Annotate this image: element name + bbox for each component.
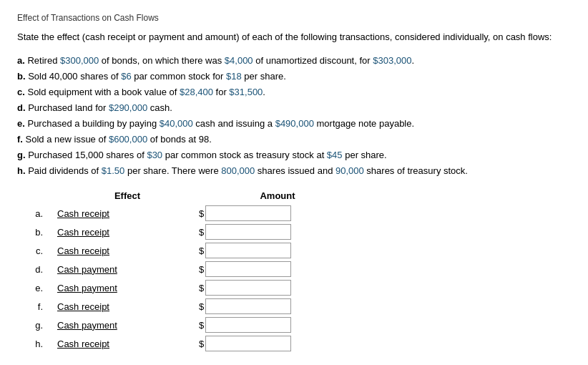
transactions-list: a. Retired $300,000 of bonds, on which t… (17, 53, 571, 180)
transaction-h: h. Paid dividends of $1.50 per share. Th… (17, 163, 571, 179)
row-effect-f: Cash receipt (49, 301, 163, 312)
table-row: b. Cash receipt $ (27, 224, 571, 240)
amount-input-h[interactable] (205, 336, 291, 351)
table-row: g. Cash payment $ (27, 317, 571, 333)
instructions: State the effect (cash receipt or paymen… (17, 30, 571, 44)
table-header: Effect Amount (27, 190, 571, 201)
row-label-c: c. (27, 245, 49, 256)
amount-input-c[interactable] (205, 243, 291, 258)
table-row: c. Cash receipt $ (27, 243, 571, 258)
amount-input-g[interactable] (205, 317, 291, 333)
dollar-sign-g: $ (199, 320, 204, 331)
row-label-h: h. (27, 339, 49, 349)
table-row: e. Cash payment $ (27, 280, 571, 296)
transaction-e: e. Purchased a building by paying $40,00… (17, 116, 571, 132)
dollar-sign-c: $ (199, 245, 204, 256)
amount-input-e[interactable] (205, 280, 291, 296)
dollar-sign-a: $ (199, 208, 204, 219)
transaction-d: d. Purchased land for $290,000 cash. (17, 100, 571, 116)
table-row: f. Cash receipt $ (27, 298, 571, 314)
amount-input-f[interactable] (205, 298, 291, 314)
row-label-d: d. (27, 264, 49, 275)
amount-input-a[interactable] (205, 205, 291, 221)
effects-table: Effect Amount a. Cash receipt $ b. Cash … (17, 190, 571, 351)
transaction-f: f. Sold a new issue of $600,000 of bonds… (17, 132, 571, 147)
row-effect-a: Cash receipt (49, 208, 163, 219)
table-row: a. Cash receipt $ (27, 205, 571, 221)
table-row: h. Cash receipt $ (27, 336, 571, 351)
page-title: Effect of Transactions on Cash Flows (17, 13, 571, 23)
row-effect-h: Cash receipt (49, 339, 163, 349)
transaction-c: c. Sold equipment with a book value of $… (17, 84, 571, 100)
amount-header: Amount (227, 190, 328, 201)
row-label-b: b. (27, 227, 49, 238)
row-effect-c: Cash receipt (49, 245, 163, 256)
dollar-sign-d: $ (199, 264, 204, 275)
dollar-sign-f: $ (199, 301, 204, 312)
row-effect-e: Cash payment (49, 283, 163, 293)
amount-input-d[interactable] (205, 261, 291, 277)
row-label-a: a. (27, 208, 49, 219)
row-effect-d: Cash payment (49, 264, 163, 275)
dollar-sign-e: $ (199, 283, 204, 293)
row-label-f: f. (27, 301, 49, 312)
dollar-sign-h: $ (199, 339, 204, 349)
transaction-g: g. Purchased 15,000 shares of $30 par co… (17, 147, 571, 163)
row-effect-g: Cash payment (49, 320, 163, 331)
row-label-g: g. (27, 320, 49, 331)
row-label-e: e. (27, 283, 49, 293)
row-effect-b: Cash receipt (49, 227, 163, 238)
effect-header: Effect (70, 190, 185, 201)
amount-input-b[interactable] (205, 224, 291, 240)
dollar-sign-b: $ (199, 227, 204, 238)
transaction-b: b. Sold 40,000 shares of $6 par common s… (17, 69, 571, 84)
table-row: d. Cash payment $ (27, 261, 571, 277)
transaction-a: a. Retired $300,000 of bonds, on which t… (17, 53, 571, 69)
